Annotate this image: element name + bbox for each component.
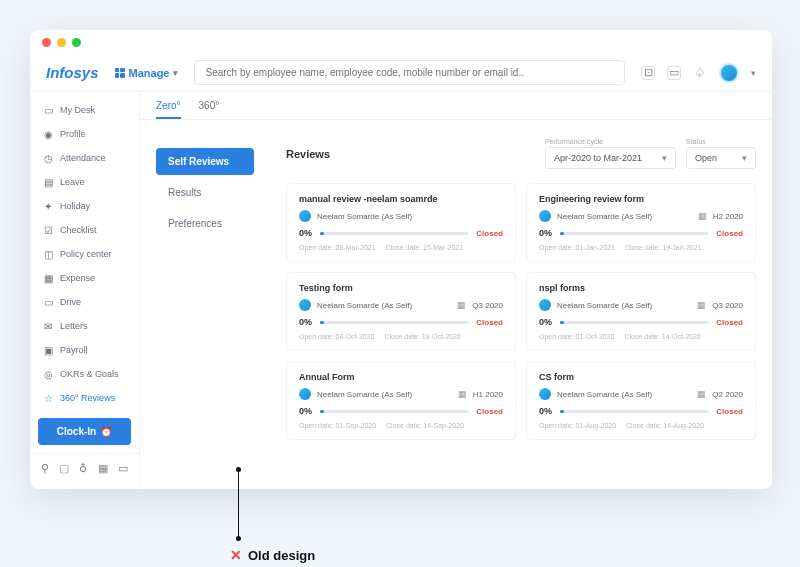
review-card[interactable]: CS formNeelam Somarde (As Self)▦Q2 20200… (526, 361, 756, 440)
sidebar-icon: ▭ (42, 296, 54, 308)
status-select-group: Status Open▾ (686, 138, 756, 169)
percent: 0% (299, 406, 312, 416)
sidebar-item-payroll[interactable]: ▣Payroll (30, 338, 139, 362)
close-dot[interactable] (42, 38, 51, 47)
grid-icon[interactable]: ▦ (98, 462, 108, 475)
sidebar-item-label: Letters (60, 321, 88, 331)
annotation-heading: Old design (248, 548, 315, 563)
sidebar-item-policy-center[interactable]: ◫Policy center (30, 242, 139, 266)
sidebar-item-leave[interactable]: ▤Leave (30, 170, 139, 194)
close-date: Close date: 14-Oct-2020 (625, 333, 701, 340)
review-card[interactable]: nspl formsNeelam Somarde (As Self)▦Q3 20… (526, 272, 756, 351)
dates-row: Open date: 08-Mar-2021Close date: 15-Mar… (299, 244, 503, 251)
person-name: Neelam Somarde (As Self) (317, 212, 412, 221)
percent: 0% (299, 228, 312, 238)
calendar-icon: ▦ (697, 389, 706, 399)
card-title: Engineering review form (539, 194, 743, 204)
bottom-icons: ⚲ ▢ ♁ ▦ ▭ (30, 453, 139, 483)
app-body: ▭My Desk◉Profile◷Attendance▤Leave✦Holida… (30, 92, 772, 489)
open-date: Open date: 01-Aug-2020 (539, 422, 616, 429)
review-card[interactable]: Annual FormNeelam Somarde (As Self)▦H1 2… (286, 361, 516, 440)
open-date: Open date: 01-Sep-2020 (299, 422, 376, 429)
close-date: Close date: 14-Sep-2020 (386, 422, 464, 429)
clockin-button[interactable]: Clock-In ⏰ (38, 418, 131, 445)
cycle-label: Performance cycle (545, 138, 676, 145)
subnav-preferences[interactable]: Preferences (156, 210, 254, 237)
top-icons: ⊡ ▭ ♤ ▾ (641, 63, 756, 83)
period: Q3 2020 (712, 301, 743, 310)
avatar-chevron-icon: ▾ (751, 68, 756, 78)
mail-icon[interactable]: ▭ (667, 66, 681, 80)
orgchart-icon[interactable]: ♁ (79, 462, 87, 475)
subnav-self-reviews[interactable]: Self Reviews (156, 148, 254, 175)
sidebar-item-drive[interactable]: ▭Drive (30, 290, 139, 314)
person-name: Neelam Somarde (As Self) (317, 390, 412, 399)
tab-360[interactable]: 360° (199, 100, 220, 119)
subnav: Self Reviews Results Preferences (140, 120, 270, 489)
sidebar-icon: ▤ (42, 176, 54, 188)
dates-row: Open date: 01-Aug-2020Close date: 14-Aug… (539, 422, 743, 429)
sidebar-item-label: Expense (60, 273, 95, 283)
chevron-down-icon: ▾ (742, 153, 747, 163)
review-card[interactable]: manual review -neelam soamrdeNeelam Soma… (286, 183, 516, 262)
period: H1 2020 (473, 390, 503, 399)
search-input[interactable] (194, 60, 625, 85)
bell-icon[interactable]: ♤ (693, 66, 707, 80)
card-person-row: Neelam Somarde (As Self) (299, 210, 503, 222)
calendar-icon: ▦ (457, 300, 466, 310)
sidebar-item-letters[interactable]: ✉Letters (30, 314, 139, 338)
progress-row: 0%Closed (299, 317, 503, 327)
status-select[interactable]: Open▾ (686, 147, 756, 169)
review-card[interactable]: Testing formNeelam Somarde (As Self)▦Q3 … (286, 272, 516, 351)
person-avatar (539, 388, 551, 400)
sidebar-item-profile[interactable]: ◉Profile (30, 122, 139, 146)
apps-icon (115, 68, 125, 78)
review-card[interactable]: Engineering review formNeelam Somarde (A… (526, 183, 756, 262)
dates-row: Open date: 01-Jan-2021Close date: 19-Jan… (539, 244, 743, 251)
minimize-dot[interactable] (57, 38, 66, 47)
sidebar-icon: ▣ (42, 344, 54, 356)
sidebar-item-holiday[interactable]: ✦Holiday (30, 194, 139, 218)
percent: 0% (299, 317, 312, 327)
sidebar-item-label: Profile (60, 129, 86, 139)
sidebar-item-360-reviews[interactable]: ☆360° Reviews (30, 386, 139, 410)
avatar[interactable] (719, 63, 739, 83)
sidebar-item-label: OKRs & Goals (60, 369, 119, 379)
status-badge: Closed (476, 318, 503, 327)
calendar-icon: ▦ (698, 211, 707, 221)
close-date: Close date: 14-Aug-2020 (626, 422, 704, 429)
dates-row: Open date: 04-Oct-2020Close date: 18-Oct… (299, 333, 503, 340)
sidebar-icon: ☆ (42, 392, 54, 404)
progress-row: 0%Closed (539, 406, 743, 416)
status-label: Status (686, 138, 756, 145)
sidebar-item-attendance[interactable]: ◷Attendance (30, 146, 139, 170)
sidebar-item-label: Leave (60, 177, 85, 187)
progress-bar (320, 410, 468, 413)
progress-row: 0%Closed (539, 228, 743, 238)
sidebar-item-my-desk[interactable]: ▭My Desk (30, 98, 139, 122)
doc-icon[interactable]: ▢ (59, 462, 69, 475)
progress-bar (320, 321, 468, 324)
maximize-dot[interactable] (72, 38, 81, 47)
sidebar-icon: ✦ (42, 200, 54, 212)
person-avatar (299, 299, 311, 311)
cycle-select-group: Performance cycle Apr-2020 to Mar-2021▾ (545, 138, 676, 169)
open-date: Open date: 08-Mar-2021 (299, 244, 376, 251)
sidebar-item-label: Holiday (60, 201, 90, 211)
tab-zero[interactable]: Zero° (156, 100, 181, 119)
app-window: Infosys Manage ▾ ⊡ ▭ ♤ ▾ ▭My Desk◉Profil… (30, 30, 772, 489)
dates-row: Open date: 01-Oct-2020Close date: 14-Oct… (539, 333, 743, 340)
annotation-connector (238, 469, 239, 539)
user-icon[interactable]: ⚲ (41, 462, 49, 475)
logo: Infosys (46, 64, 99, 81)
subnav-results[interactable]: Results (156, 179, 254, 206)
manage-dropdown[interactable]: Manage ▾ (115, 67, 179, 79)
close-date: Close date: 15-Mar-2021 (386, 244, 463, 251)
camera-icon[interactable]: ⊡ (641, 66, 655, 80)
sidebar-item-expense[interactable]: ▦Expense (30, 266, 139, 290)
percent: 0% (539, 406, 552, 416)
cycle-select[interactable]: Apr-2020 to Mar-2021▾ (545, 147, 676, 169)
sidebar-item-checklist[interactable]: ☑Checklist (30, 218, 139, 242)
sidebar-item-okrs-goals[interactable]: ◎OKRs & Goals (30, 362, 139, 386)
calendar-icon[interactable]: ▭ (118, 462, 128, 475)
